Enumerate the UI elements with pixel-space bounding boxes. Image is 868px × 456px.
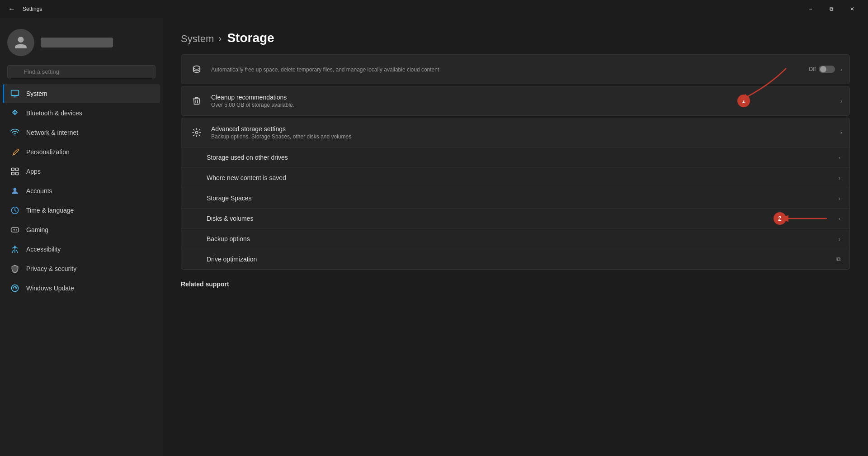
disks-volumes-label: Disks & volumes <box>207 215 839 222</box>
svg-rect-3 <box>16 168 19 171</box>
maximize-button[interactable]: ⧉ <box>821 2 842 16</box>
breadcrumb: System › Storage <box>163 18 868 54</box>
svg-rect-5 <box>16 172 19 175</box>
update-icon <box>10 283 20 293</box>
svg-point-14 <box>195 131 198 134</box>
svg-point-6 <box>14 188 17 191</box>
shield-icon <box>10 264 20 274</box>
svg-point-11 <box>193 66 200 69</box>
accessibility-icon <box>10 244 20 254</box>
sidebar-item-accessibility-label: Accessibility <box>26 246 61 253</box>
drive-optimization-extlink: ⧉ <box>836 256 840 263</box>
clock-icon <box>10 205 20 215</box>
cleanup-chevron: › <box>840 98 842 104</box>
sidebar-item-privacy[interactable]: Privacy & security <box>3 259 160 278</box>
backup-options-label: Backup options <box>207 235 839 242</box>
drive-optimization-label: Drive optimization <box>207 256 836 263</box>
accounts-icon <box>10 186 20 196</box>
breadcrumb-separator: › <box>218 33 224 44</box>
sidebar-item-update[interactable]: Windows Update <box>3 279 160 298</box>
back-button[interactable]: ← <box>5 3 18 15</box>
titlebar: ← Settings − ⧉ ✕ <box>0 0 868 18</box>
sidebar-item-time[interactable]: Time & language <box>3 201 160 220</box>
gaming-icon <box>10 225 20 235</box>
content-area: System › Storage Automatically free up s… <box>163 18 868 456</box>
storage-spaces-label: Storage Spaces <box>207 195 839 202</box>
advanced-children: Storage used on other drives › Where new… <box>181 147 850 270</box>
search-section: 🔍 <box>7 65 156 78</box>
drive-optimization-item[interactable]: Drive optimization ⧉ <box>181 249 849 269</box>
advanced-settings-sub: Backup options, Storage Spaces, other di… <box>211 133 832 140</box>
svg-point-13 <box>820 66 826 72</box>
new-content-chevron: › <box>839 175 840 181</box>
sidebar-item-bluetooth[interactable]: Bluetooth & devices <box>3 104 160 123</box>
profile-name <box>41 38 113 48</box>
sidebar-item-accessibility[interactable]: Accessibility <box>3 240 160 259</box>
sidebar-nav: System Bluetooth & devices <box>0 84 163 298</box>
svg-rect-2 <box>12 168 14 171</box>
sidebar-item-network-label: Network & internet <box>26 129 78 136</box>
advanced-settings-text: Advanced storage settings Backup options… <box>211 125 832 140</box>
monitor-icon <box>10 89 20 99</box>
new-content-label: Where new content is saved <box>207 174 839 181</box>
minimize-button[interactable]: − <box>800 2 821 16</box>
sidebar-item-privacy-label: Privacy & security <box>26 265 76 272</box>
svg-rect-0 <box>11 90 19 96</box>
network-icon <box>10 128 20 138</box>
backup-options-chevron: › <box>839 236 840 242</box>
advanced-settings-title: Advanced storage settings <box>211 125 832 133</box>
close-button[interactable]: ✕ <box>842 2 863 16</box>
sidebar-item-system[interactable]: System <box>3 84 160 103</box>
svg-rect-4 <box>12 172 14 175</box>
sidebar-item-network[interactable]: Network & internet <box>3 123 160 142</box>
storage-sense-desc: Automatically free up space, delete temp… <box>211 66 803 73</box>
sidebar-item-update-label: Windows Update <box>26 285 74 292</box>
storage-sense-text: Automatically free up space, delete temp… <box>211 66 803 73</box>
window-controls: − ⧉ ✕ <box>800 2 863 16</box>
related-support-section: Related support <box>163 271 868 297</box>
storage-sense-item[interactable]: Automatically free up space, delete temp… <box>181 54 850 84</box>
other-drives-label: Storage used on other drives <box>207 154 839 161</box>
storage-sense-icon <box>189 61 205 77</box>
app-body: 🔍 System <box>0 18 868 456</box>
svg-point-10 <box>12 285 19 292</box>
svg-point-9 <box>14 246 15 247</box>
sidebar-item-gaming-label: Gaming <box>26 226 48 233</box>
apps-icon <box>10 166 20 176</box>
breadcrumb-parent: System <box>181 33 214 44</box>
other-drives-chevron: › <box>839 154 840 161</box>
advanced-settings-chevron: ⌃ <box>836 130 843 135</box>
sidebar-item-apps[interactable]: Apps <box>3 162 160 181</box>
profile-section <box>0 18 163 63</box>
new-content-item[interactable]: Where new content is saved › <box>181 168 849 188</box>
sidebar-item-bluetooth-label: Bluetooth & devices <box>26 109 82 117</box>
svg-point-1 <box>14 135 15 136</box>
disks-volumes-item[interactable]: Disks & volumes 2 › <box>181 209 849 229</box>
backup-options-item[interactable]: Backup options › <box>181 229 849 249</box>
storage-spaces-item[interactable]: Storage Spaces › <box>181 188 849 209</box>
brush-icon <box>10 147 20 157</box>
related-support-label: Related support <box>181 280 229 288</box>
advanced-settings-icon <box>189 124 205 141</box>
sidebar-item-system-label: System <box>26 90 47 97</box>
app-title: Settings <box>23 6 42 12</box>
storage-spaces-chevron: › <box>839 195 840 202</box>
sidebar: 🔍 System <box>0 18 163 456</box>
search-input[interactable] <box>7 65 156 78</box>
other-drives-item[interactable]: Storage used on other drives › <box>181 147 849 168</box>
annotation-badge-1: 1 <box>737 95 750 107</box>
storage-sense-toggle[interactable]: Off <box>809 65 835 74</box>
breadcrumb-current: Storage <box>227 31 274 45</box>
cleanup-icon <box>189 93 205 109</box>
sidebar-item-accounts-label: Accounts <box>26 187 52 195</box>
sidebar-item-accounts[interactable]: Accounts <box>3 181 160 200</box>
avatar <box>7 29 34 56</box>
bluetooth-icon <box>10 108 20 118</box>
sidebar-item-apps-label: Apps <box>26 168 41 175</box>
cleanup-item[interactable]: Cleanup recommendations Over 5.00 GB of … <box>181 86 850 116</box>
disks-volumes-chevron: › <box>839 215 840 222</box>
advanced-settings-header[interactable]: Advanced storage settings Backup options… <box>181 118 850 147</box>
sidebar-item-gaming[interactable]: Gaming <box>3 220 160 239</box>
sidebar-item-personalization[interactable]: Personalization <box>3 142 160 162</box>
sidebar-item-personalization-label: Personalization <box>26 148 70 156</box>
